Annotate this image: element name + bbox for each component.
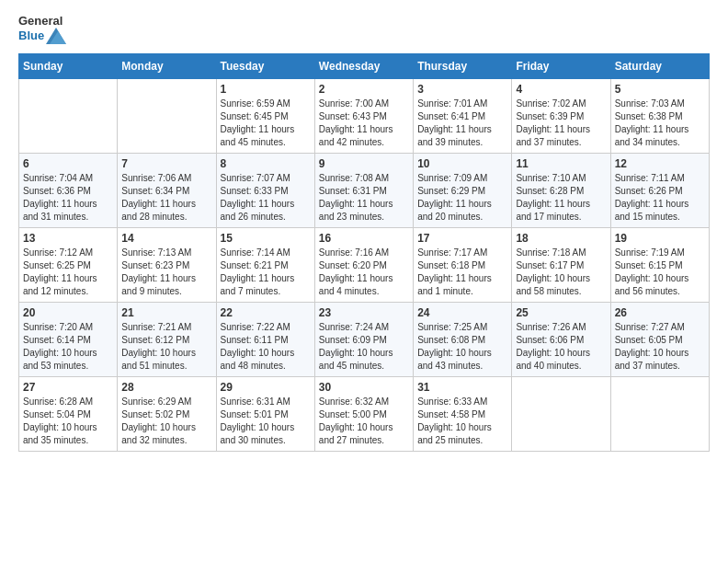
day-info: Sunrise: 6:29 AM Sunset: 5:02 PM Dayligh… bbox=[121, 396, 211, 447]
day-info: Sunrise: 7:14 AM Sunset: 6:21 PM Dayligh… bbox=[221, 247, 311, 298]
day-number: 3 bbox=[417, 83, 507, 96]
week-row-3: 13Sunrise: 7:12 AM Sunset: 6:25 PM Dayli… bbox=[19, 228, 710, 303]
calendar-cell: 30Sunrise: 6:32 AM Sunset: 5:00 PM Dayli… bbox=[314, 377, 413, 452]
day-number: 14 bbox=[121, 232, 211, 245]
week-row-4: 20Sunrise: 7:20 AM Sunset: 6:14 PM Dayli… bbox=[19, 303, 710, 377]
day-header-friday: Friday bbox=[512, 54, 610, 79]
calendar-cell: 7Sunrise: 7:06 AM Sunset: 6:34 PM Daylig… bbox=[118, 154, 216, 228]
calendar-cell: 16Sunrise: 7:16 AM Sunset: 6:20 PM Dayli… bbox=[314, 228, 413, 303]
calendar-cell: 12Sunrise: 7:11 AM Sunset: 6:26 PM Dayli… bbox=[610, 154, 709, 228]
day-header-saturday: Saturday bbox=[610, 54, 709, 79]
day-info: Sunrise: 7:20 AM Sunset: 6:14 PM Dayligh… bbox=[23, 321, 113, 373]
day-number: 15 bbox=[221, 232, 311, 245]
day-number: 13 bbox=[23, 232, 113, 245]
day-info: Sunrise: 6:28 AM Sunset: 5:04 PM Dayligh… bbox=[23, 396, 113, 447]
calendar-cell: 3Sunrise: 7:01 AM Sunset: 6:41 PM Daylig… bbox=[414, 79, 512, 154]
calendar-cell: 19Sunrise: 7:19 AM Sunset: 6:15 PM Dayli… bbox=[610, 228, 709, 303]
logo: General Blue bbox=[18, 15, 66, 44]
day-info: Sunrise: 7:22 AM Sunset: 6:11 PM Dayligh… bbox=[221, 321, 311, 373]
calendar-table: SundayMondayTuesdayWednesdayThursdayFrid… bbox=[18, 53, 710, 452]
day-info: Sunrise: 6:32 AM Sunset: 5:00 PM Dayligh… bbox=[319, 396, 409, 447]
logo-general: General bbox=[18, 15, 66, 28]
day-number: 16 bbox=[319, 232, 409, 245]
calendar-cell bbox=[118, 79, 216, 154]
day-number: 31 bbox=[417, 381, 507, 394]
day-info: Sunrise: 7:27 AM Sunset: 6:05 PM Dayligh… bbox=[615, 321, 705, 373]
day-number: 27 bbox=[23, 381, 113, 394]
calendar-cell: 1Sunrise: 6:59 AM Sunset: 6:45 PM Daylig… bbox=[216, 79, 314, 154]
day-number: 2 bbox=[319, 83, 409, 96]
day-info: Sunrise: 7:16 AM Sunset: 6:20 PM Dayligh… bbox=[319, 247, 409, 298]
day-info: Sunrise: 7:08 AM Sunset: 6:31 PM Dayligh… bbox=[319, 172, 409, 224]
day-info: Sunrise: 7:18 AM Sunset: 6:17 PM Dayligh… bbox=[516, 247, 606, 298]
calendar-cell: 24Sunrise: 7:25 AM Sunset: 6:08 PM Dayli… bbox=[414, 303, 512, 377]
calendar-cell: 31Sunrise: 6:33 AM Sunset: 4:58 PM Dayli… bbox=[414, 377, 512, 452]
calendar-cell: 13Sunrise: 7:12 AM Sunset: 6:25 PM Dayli… bbox=[19, 228, 118, 303]
day-header-thursday: Thursday bbox=[414, 54, 512, 79]
day-header-sunday: Sunday bbox=[19, 54, 118, 79]
calendar-cell: 27Sunrise: 6:28 AM Sunset: 5:04 PM Dayli… bbox=[19, 377, 118, 452]
calendar-page: General Blue SundayMondayTuesdayWednesda… bbox=[0, 0, 728, 563]
day-info: Sunrise: 7:19 AM Sunset: 6:15 PM Dayligh… bbox=[615, 247, 705, 298]
day-info: Sunrise: 7:24 AM Sunset: 6:09 PM Dayligh… bbox=[319, 321, 409, 373]
calendar-cell: 11Sunrise: 7:10 AM Sunset: 6:28 PM Dayli… bbox=[512, 154, 610, 228]
day-number: 25 bbox=[516, 306, 606, 319]
day-info: Sunrise: 7:11 AM Sunset: 6:26 PM Dayligh… bbox=[615, 172, 705, 224]
day-info: Sunrise: 7:26 AM Sunset: 6:06 PM Dayligh… bbox=[516, 321, 606, 373]
day-number: 12 bbox=[615, 157, 705, 170]
day-info: Sunrise: 7:21 AM Sunset: 6:12 PM Dayligh… bbox=[121, 321, 211, 373]
day-number: 19 bbox=[615, 232, 705, 245]
day-info: Sunrise: 7:00 AM Sunset: 6:43 PM Dayligh… bbox=[319, 98, 409, 149]
calendar-cell: 20Sunrise: 7:20 AM Sunset: 6:14 PM Dayli… bbox=[19, 303, 118, 377]
day-number: 4 bbox=[516, 83, 606, 96]
day-number: 26 bbox=[615, 306, 705, 319]
calendar-cell: 21Sunrise: 7:21 AM Sunset: 6:12 PM Dayli… bbox=[118, 303, 216, 377]
calendar-cell: 25Sunrise: 7:26 AM Sunset: 6:06 PM Dayli… bbox=[512, 303, 610, 377]
calendar-cell: 15Sunrise: 7:14 AM Sunset: 6:21 PM Dayli… bbox=[216, 228, 314, 303]
calendar-cell: 18Sunrise: 7:18 AM Sunset: 6:17 PM Dayli… bbox=[512, 228, 610, 303]
day-number: 1 bbox=[221, 83, 311, 96]
week-row-1: 1Sunrise: 6:59 AM Sunset: 6:45 PM Daylig… bbox=[19, 79, 710, 154]
day-info: Sunrise: 7:01 AM Sunset: 6:41 PM Dayligh… bbox=[417, 98, 507, 149]
calendar-cell: 23Sunrise: 7:24 AM Sunset: 6:09 PM Dayli… bbox=[314, 303, 413, 377]
day-info: Sunrise: 7:02 AM Sunset: 6:39 PM Dayligh… bbox=[516, 98, 606, 149]
day-header-monday: Monday bbox=[118, 54, 216, 79]
day-info: Sunrise: 7:09 AM Sunset: 6:29 PM Dayligh… bbox=[417, 172, 507, 224]
day-number: 20 bbox=[23, 306, 113, 319]
calendar-cell: 5Sunrise: 7:03 AM Sunset: 6:38 PM Daylig… bbox=[610, 79, 709, 154]
day-info: Sunrise: 7:25 AM Sunset: 6:08 PM Dayligh… bbox=[417, 321, 507, 373]
day-number: 23 bbox=[319, 306, 409, 319]
day-number: 7 bbox=[121, 157, 211, 170]
day-info: Sunrise: 7:03 AM Sunset: 6:38 PM Dayligh… bbox=[615, 98, 705, 149]
day-number: 18 bbox=[516, 232, 606, 245]
calendar-cell bbox=[610, 377, 709, 452]
logo-blue: Blue bbox=[18, 29, 44, 42]
day-number: 5 bbox=[615, 83, 705, 96]
week-row-5: 27Sunrise: 6:28 AM Sunset: 5:04 PM Dayli… bbox=[19, 377, 710, 452]
day-number: 10 bbox=[417, 157, 507, 170]
day-number: 11 bbox=[516, 157, 606, 170]
day-number: 8 bbox=[221, 157, 311, 170]
day-number: 30 bbox=[319, 381, 409, 394]
day-number: 29 bbox=[221, 381, 311, 394]
logo-icon bbox=[46, 28, 66, 44]
day-number: 22 bbox=[221, 306, 311, 319]
calendar-cell: 4Sunrise: 7:02 AM Sunset: 6:39 PM Daylig… bbox=[512, 79, 610, 154]
day-info: Sunrise: 6:33 AM Sunset: 4:58 PM Dayligh… bbox=[417, 396, 507, 447]
day-info: Sunrise: 7:10 AM Sunset: 6:28 PM Dayligh… bbox=[516, 172, 606, 224]
day-number: 28 bbox=[121, 381, 211, 394]
calendar-cell: 9Sunrise: 7:08 AM Sunset: 6:31 PM Daylig… bbox=[314, 154, 413, 228]
calendar-cell bbox=[512, 377, 610, 452]
day-info: Sunrise: 7:17 AM Sunset: 6:18 PM Dayligh… bbox=[417, 247, 507, 298]
calendar-cell: 26Sunrise: 7:27 AM Sunset: 6:05 PM Dayli… bbox=[610, 303, 709, 377]
day-info: Sunrise: 6:59 AM Sunset: 6:45 PM Dayligh… bbox=[221, 98, 311, 149]
calendar-header-row: SundayMondayTuesdayWednesdayThursdayFrid… bbox=[19, 54, 710, 79]
calendar-cell: 17Sunrise: 7:17 AM Sunset: 6:18 PM Dayli… bbox=[414, 228, 512, 303]
day-number: 17 bbox=[417, 232, 507, 245]
calendar-cell: 8Sunrise: 7:07 AM Sunset: 6:33 PM Daylig… bbox=[216, 154, 314, 228]
calendar-cell bbox=[19, 79, 118, 154]
day-info: Sunrise: 6:31 AM Sunset: 5:01 PM Dayligh… bbox=[221, 396, 311, 447]
day-header-wednesday: Wednesday bbox=[314, 54, 413, 79]
day-number: 9 bbox=[319, 157, 409, 170]
calendar-cell: 2Sunrise: 7:00 AM Sunset: 6:43 PM Daylig… bbox=[314, 79, 413, 154]
